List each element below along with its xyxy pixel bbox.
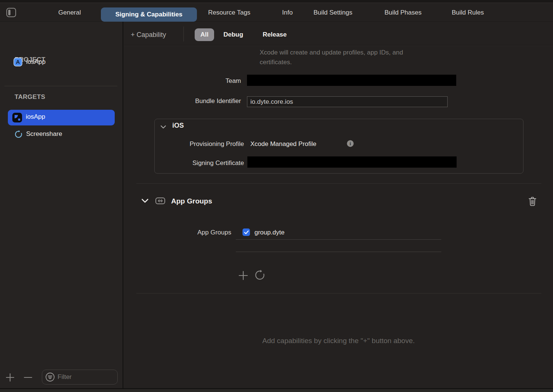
app-group-checkbox[interactable] (242, 228, 250, 236)
bundle-identifier-field[interactable]: io.dyte.core.ios (247, 96, 448, 107)
tab-signing-capabilities[interactable]: Signing & Capabilities (101, 7, 197, 22)
add-capabilities-hint: Add capabilities by clicking the "+" but… (124, 337, 553, 345)
app-group-name[interactable]: group.dyte (254, 229, 284, 236)
segment-debug[interactable]: Debug (223, 28, 243, 41)
target-name-label: Screenshare (26, 130, 62, 138)
ios-signing-group: iOS Provisioning Profile Xcode Managed P… (154, 119, 523, 174)
refresh-app-groups-button[interactable] (254, 269, 266, 283)
team-label: Team (124, 77, 241, 85)
dyte-app-icon (12, 113, 22, 124)
section-divider (136, 293, 541, 293)
signing-capabilities-editor: + Capability All Debug Release Xcode wil… (124, 22, 553, 388)
signing-note-line1: Xcode will create and update profiles, a… (260, 48, 403, 57)
app-groups-capability-icon (155, 196, 166, 207)
app-groups-section-header: App Groups (171, 197, 212, 205)
tab-build-phases[interactable]: Build Phases (384, 3, 421, 22)
filter-input[interactable] (58, 373, 110, 381)
sidebar-divider (4, 86, 117, 86)
segment-release[interactable]: Release (263, 28, 287, 41)
target-name-label: iosApp (26, 113, 45, 121)
info-icon[interactable]: i (347, 140, 354, 149)
signing-note-line2: certificates. (260, 57, 403, 67)
target-row-screenshare[interactable]: Screenshare (13, 129, 114, 140)
toolbar-separator (124, 45, 553, 46)
add-app-group-button[interactable] (238, 270, 249, 283)
sidebar-toggle-icon[interactable] (6, 7, 16, 19)
editor-tab-bar: General Signing & Capabilities Resource … (0, 3, 553, 22)
tab-resource-tags[interactable]: Resource Tags (208, 3, 250, 22)
filter-icon (45, 372, 55, 382)
chevron-down-icon[interactable] (141, 198, 149, 205)
remove-target-button[interactable] (23, 373, 33, 384)
bundle-identifier-label: Bundle Identifier (124, 97, 241, 105)
segment-all[interactable]: All (195, 28, 214, 41)
window-bottom-strip (0, 388, 553, 392)
app-group-row-underline (236, 239, 441, 240)
ios-section-header: iOS (172, 122, 184, 130)
team-value-redacted[interactable] (247, 75, 456, 86)
tab-build-rules[interactable]: Build Rules (452, 3, 484, 22)
titlebar-strip (0, 0, 553, 3)
tab-info[interactable]: Info (282, 3, 293, 22)
signing-note: Xcode will create and update profiles, a… (260, 48, 403, 67)
app-group-row-underline (236, 252, 441, 252)
section-divider (136, 183, 541, 184)
add-capability-button[interactable]: + Capability (131, 28, 166, 41)
tab-build-settings[interactable]: Build Settings (313, 3, 352, 22)
add-target-button[interactable] (5, 373, 15, 384)
signing-certificate-redacted (247, 156, 457, 168)
project-row-iosapp[interactable]: A iosApp (13, 57, 114, 67)
project-name-label: iosApp (26, 58, 46, 66)
provisioning-profile-value[interactable]: Xcode Managed Profile (250, 140, 316, 148)
provisioning-profile-label: Provisioning Profile (155, 140, 244, 148)
signing-certificate-label: Signing Certificate (155, 159, 244, 167)
targets-section-header: TARGETS (15, 93, 45, 101)
chevron-down-icon[interactable] (160, 124, 166, 131)
svg-text:A: A (16, 59, 20, 65)
target-row-iosapp[interactable]: iosApp (8, 110, 115, 125)
trash-icon[interactable] (528, 196, 537, 208)
app-groups-row-label: App Groups (124, 229, 231, 236)
filter-field[interactable] (42, 370, 118, 385)
toolbar-divider (183, 27, 184, 41)
app-store-icon: A (13, 57, 22, 68)
tab-general[interactable]: General (58, 3, 81, 22)
screenshare-extension-icon (14, 130, 23, 140)
project-navigator-sidebar: PROJECT A iosApp TARGETS iosApp (0, 22, 123, 388)
